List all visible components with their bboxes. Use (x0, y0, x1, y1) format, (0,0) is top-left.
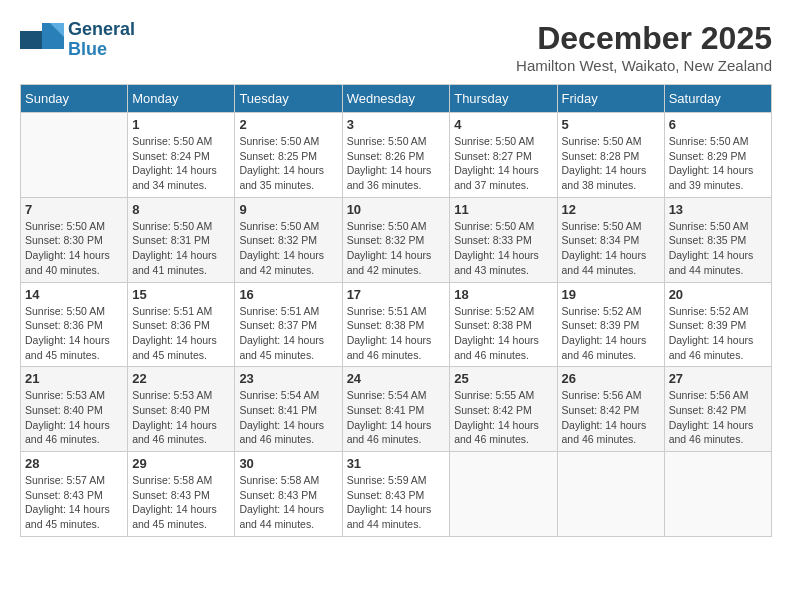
day-info: Sunrise: 5:50 AM Sunset: 8:33 PM Dayligh… (454, 219, 552, 278)
weekday-header-friday: Friday (557, 85, 664, 113)
calendar-week-row: 21Sunrise: 5:53 AM Sunset: 8:40 PM Dayli… (21, 367, 772, 452)
day-number: 13 (669, 202, 767, 217)
day-info: Sunrise: 5:50 AM Sunset: 8:32 PM Dayligh… (347, 219, 446, 278)
calendar-week-row: 14Sunrise: 5:50 AM Sunset: 8:36 PM Dayli… (21, 282, 772, 367)
day-info: Sunrise: 5:58 AM Sunset: 8:43 PM Dayligh… (132, 473, 230, 532)
day-info: Sunrise: 5:53 AM Sunset: 8:40 PM Dayligh… (132, 388, 230, 447)
day-number: 26 (562, 371, 660, 386)
day-info: Sunrise: 5:50 AM Sunset: 8:25 PM Dayligh… (239, 134, 337, 193)
day-number: 16 (239, 287, 337, 302)
day-number: 20 (669, 287, 767, 302)
day-number: 11 (454, 202, 552, 217)
calendar-cell: 9Sunrise: 5:50 AM Sunset: 8:32 PM Daylig… (235, 197, 342, 282)
day-number: 31 (347, 456, 446, 471)
day-info: Sunrise: 5:50 AM Sunset: 8:30 PM Dayligh… (25, 219, 123, 278)
day-number: 25 (454, 371, 552, 386)
day-number: 22 (132, 371, 230, 386)
logo: General Blue (20, 20, 135, 60)
day-number: 21 (25, 371, 123, 386)
day-number: 28 (25, 456, 123, 471)
calendar-cell: 3Sunrise: 5:50 AM Sunset: 8:26 PM Daylig… (342, 113, 450, 198)
calendar-cell: 7Sunrise: 5:50 AM Sunset: 8:30 PM Daylig… (21, 197, 128, 282)
day-number: 8 (132, 202, 230, 217)
calendar-cell: 22Sunrise: 5:53 AM Sunset: 8:40 PM Dayli… (128, 367, 235, 452)
weekday-header-wednesday: Wednesday (342, 85, 450, 113)
calendar-cell: 28Sunrise: 5:57 AM Sunset: 8:43 PM Dayli… (21, 452, 128, 537)
weekday-header-monday: Monday (128, 85, 235, 113)
day-info: Sunrise: 5:55 AM Sunset: 8:42 PM Dayligh… (454, 388, 552, 447)
weekday-header-tuesday: Tuesday (235, 85, 342, 113)
day-info: Sunrise: 5:51 AM Sunset: 8:36 PM Dayligh… (132, 304, 230, 363)
day-number: 27 (669, 371, 767, 386)
calendar-cell: 1Sunrise: 5:50 AM Sunset: 8:24 PM Daylig… (128, 113, 235, 198)
day-number: 12 (562, 202, 660, 217)
day-number: 30 (239, 456, 337, 471)
day-number: 14 (25, 287, 123, 302)
calendar-cell: 31Sunrise: 5:59 AM Sunset: 8:43 PM Dayli… (342, 452, 450, 537)
calendar-cell: 2Sunrise: 5:50 AM Sunset: 8:25 PM Daylig… (235, 113, 342, 198)
day-number: 3 (347, 117, 446, 132)
day-number: 17 (347, 287, 446, 302)
day-info: Sunrise: 5:50 AM Sunset: 8:26 PM Dayligh… (347, 134, 446, 193)
calendar-cell: 11Sunrise: 5:50 AM Sunset: 8:33 PM Dayli… (450, 197, 557, 282)
day-info: Sunrise: 5:50 AM Sunset: 8:36 PM Dayligh… (25, 304, 123, 363)
weekday-header-thursday: Thursday (450, 85, 557, 113)
day-info: Sunrise: 5:54 AM Sunset: 8:41 PM Dayligh… (239, 388, 337, 447)
day-number: 1 (132, 117, 230, 132)
day-number: 24 (347, 371, 446, 386)
svg-rect-0 (20, 31, 42, 49)
weekday-header-saturday: Saturday (664, 85, 771, 113)
calendar-cell: 5Sunrise: 5:50 AM Sunset: 8:28 PM Daylig… (557, 113, 664, 198)
month-year-title: December 2025 (516, 20, 772, 57)
day-info: Sunrise: 5:50 AM Sunset: 8:32 PM Dayligh… (239, 219, 337, 278)
calendar-week-row: 7Sunrise: 5:50 AM Sunset: 8:30 PM Daylig… (21, 197, 772, 282)
day-info: Sunrise: 5:52 AM Sunset: 8:39 PM Dayligh… (669, 304, 767, 363)
day-info: Sunrise: 5:50 AM Sunset: 8:34 PM Dayligh… (562, 219, 660, 278)
day-info: Sunrise: 5:50 AM Sunset: 8:31 PM Dayligh… (132, 219, 230, 278)
day-number: 5 (562, 117, 660, 132)
day-info: Sunrise: 5:51 AM Sunset: 8:38 PM Dayligh… (347, 304, 446, 363)
calendar-cell: 13Sunrise: 5:50 AM Sunset: 8:35 PM Dayli… (664, 197, 771, 282)
calendar-cell: 27Sunrise: 5:56 AM Sunset: 8:42 PM Dayli… (664, 367, 771, 452)
calendar-cell: 10Sunrise: 5:50 AM Sunset: 8:32 PM Dayli… (342, 197, 450, 282)
calendar-cell: 26Sunrise: 5:56 AM Sunset: 8:42 PM Dayli… (557, 367, 664, 452)
day-info: Sunrise: 5:56 AM Sunset: 8:42 PM Dayligh… (562, 388, 660, 447)
calendar-table: SundayMondayTuesdayWednesdayThursdayFrid… (20, 84, 772, 537)
logo-general: General (68, 19, 135, 39)
day-number: 10 (347, 202, 446, 217)
day-info: Sunrise: 5:59 AM Sunset: 8:43 PM Dayligh… (347, 473, 446, 532)
page-header: General Blue December 2025 Hamilton West… (20, 20, 772, 74)
title-block: December 2025 Hamilton West, Waikato, Ne… (516, 20, 772, 74)
calendar-cell: 15Sunrise: 5:51 AM Sunset: 8:36 PM Dayli… (128, 282, 235, 367)
day-number: 19 (562, 287, 660, 302)
calendar-cell (450, 452, 557, 537)
day-number: 4 (454, 117, 552, 132)
day-number: 23 (239, 371, 337, 386)
calendar-week-row: 28Sunrise: 5:57 AM Sunset: 8:43 PM Dayli… (21, 452, 772, 537)
day-info: Sunrise: 5:50 AM Sunset: 8:27 PM Dayligh… (454, 134, 552, 193)
logo-blue: Blue (68, 39, 107, 59)
day-info: Sunrise: 5:54 AM Sunset: 8:41 PM Dayligh… (347, 388, 446, 447)
calendar-cell (557, 452, 664, 537)
calendar-cell: 21Sunrise: 5:53 AM Sunset: 8:40 PM Dayli… (21, 367, 128, 452)
day-info: Sunrise: 5:58 AM Sunset: 8:43 PM Dayligh… (239, 473, 337, 532)
calendar-cell: 25Sunrise: 5:55 AM Sunset: 8:42 PM Dayli… (450, 367, 557, 452)
day-number: 6 (669, 117, 767, 132)
calendar-cell: 18Sunrise: 5:52 AM Sunset: 8:38 PM Dayli… (450, 282, 557, 367)
calendar-header-row: SundayMondayTuesdayWednesdayThursdayFrid… (21, 85, 772, 113)
calendar-cell: 20Sunrise: 5:52 AM Sunset: 8:39 PM Dayli… (664, 282, 771, 367)
day-info: Sunrise: 5:50 AM Sunset: 8:29 PM Dayligh… (669, 134, 767, 193)
day-info: Sunrise: 5:50 AM Sunset: 8:28 PM Dayligh… (562, 134, 660, 193)
calendar-cell: 12Sunrise: 5:50 AM Sunset: 8:34 PM Dayli… (557, 197, 664, 282)
day-number: 18 (454, 287, 552, 302)
day-number: 9 (239, 202, 337, 217)
day-number: 2 (239, 117, 337, 132)
day-info: Sunrise: 5:57 AM Sunset: 8:43 PM Dayligh… (25, 473, 123, 532)
day-info: Sunrise: 5:52 AM Sunset: 8:39 PM Dayligh… (562, 304, 660, 363)
calendar-week-row: 1Sunrise: 5:50 AM Sunset: 8:24 PM Daylig… (21, 113, 772, 198)
day-number: 29 (132, 456, 230, 471)
day-info: Sunrise: 5:51 AM Sunset: 8:37 PM Dayligh… (239, 304, 337, 363)
day-number: 15 (132, 287, 230, 302)
calendar-cell: 8Sunrise: 5:50 AM Sunset: 8:31 PM Daylig… (128, 197, 235, 282)
calendar-cell (21, 113, 128, 198)
